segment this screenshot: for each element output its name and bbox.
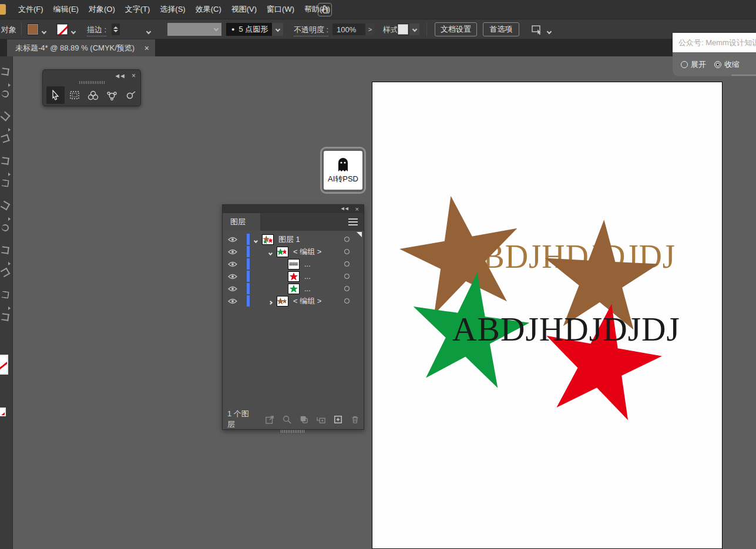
- layer-thumbnail[interactable]: [277, 296, 288, 307]
- panel-drag-grip[interactable]: [79, 81, 105, 84]
- menu-file[interactable]: 文件(F): [18, 4, 43, 15]
- make-clipping-mask-icon[interactable]: [300, 415, 308, 425]
- menu-select[interactable]: 选择(S): [160, 4, 185, 15]
- layer-thumbnail[interactable]: [277, 247, 288, 257]
- document-setup-button[interactable]: 文档设置: [435, 22, 477, 36]
- floating-tools-panel[interactable]: ◄◄ ×: [42, 69, 141, 106]
- target-circle[interactable]: [344, 298, 350, 304]
- style-swatch[interactable]: [397, 23, 409, 35]
- ai-to-psd-card[interactable]: AI转PSD: [324, 151, 362, 190]
- layer-row-green-star[interactable]: ...: [223, 282, 364, 295]
- artwork[interactable]: ABDJHDJDJDJ ABDJHDJDJDJ: [372, 82, 722, 548]
- layer-row-text[interactable]: ...: [223, 258, 364, 270]
- visibility-eye-icon[interactable]: [228, 286, 237, 292]
- menu-edit[interactable]: 编辑(E): [53, 4, 79, 15]
- radio-collapse[interactable]: 收缩: [714, 59, 740, 70]
- artboard[interactable]: ABDJHDJDJDJ ABDJHDJDJDJ: [372, 82, 723, 549]
- layers-panel-titlebar[interactable]: ◄◄ ×: [223, 205, 364, 213]
- tool-icon-partial[interactable]: [1, 201, 10, 210]
- tab-close-icon[interactable]: ×: [145, 43, 149, 53]
- tool-icon-partial[interactable]: [1, 179, 9, 187]
- menu-window[interactable]: 窗口(W): [267, 4, 294, 15]
- preferences-button[interactable]: 首选项: [483, 22, 519, 36]
- menu-object[interactable]: 对象(O): [89, 4, 115, 15]
- target-circle[interactable]: [344, 237, 350, 242]
- layer-name[interactable]: 图层 1: [278, 234, 300, 245]
- layer-thumbnail[interactable]: [288, 259, 300, 270]
- stroke-color-swatch[interactable]: [56, 23, 68, 35]
- stroke-weight-dropdown[interactable]: [147, 26, 150, 35]
- artboard-tool[interactable]: [65, 86, 83, 104]
- tool-icon-partial[interactable]: [1, 90, 9, 98]
- stroke-weight-field[interactable]: [120, 23, 145, 35]
- tool-icon-partial[interactable]: [1, 157, 9, 165]
- opacity-slider-button[interactable]: >: [365, 23, 375, 35]
- visibility-eye-icon[interactable]: [228, 261, 237, 267]
- visibility-eye-icon[interactable]: [228, 274, 237, 279]
- new-sublayer-icon[interactable]: [317, 415, 325, 425]
- tool-icon-partial[interactable]: [1, 313, 9, 321]
- layer-name[interactable]: ...: [304, 284, 311, 293]
- tab-layers[interactable]: 图层: [223, 213, 260, 231]
- variable-width-profile-dropdown[interactable]: [167, 23, 221, 36]
- layer-name[interactable]: < 编组 >: [293, 247, 321, 257]
- stroke-weight-stepper[interactable]: [112, 23, 120, 35]
- layer-thumbnail[interactable]: [288, 271, 300, 282]
- menu-type[interactable]: 文字(T): [125, 4, 150, 15]
- tool-icon-partial[interactable]: [1, 224, 9, 232]
- tool-icon-partial[interactable]: [1, 291, 9, 299]
- target-circle[interactable]: [344, 286, 350, 291]
- opacity-label[interactable]: 不透明度 :: [294, 25, 328, 36]
- chevron-right-icon[interactable]: [269, 296, 272, 307]
- target-circle[interactable]: [344, 261, 350, 267]
- stroke-color-dropdown[interactable]: [72, 26, 75, 35]
- chevron-down-icon[interactable]: [269, 247, 272, 257]
- layer-row-red-star[interactable]: ...: [223, 270, 364, 282]
- live-paint-tool[interactable]: [103, 86, 121, 104]
- radio-expand[interactable]: 展开: [681, 59, 706, 70]
- document-tab[interactable]: 未标题-4* @ 88.89 % (CMYK/预览) ×: [7, 39, 155, 56]
- visibility-eye-icon[interactable]: [228, 298, 237, 304]
- layer-row-group-brown[interactable]: < 编组 >: [223, 295, 364, 307]
- layer-name[interactable]: ...: [304, 272, 311, 281]
- fill-color-dropdown[interactable]: [42, 26, 46, 35]
- stroke-indicator-swatch[interactable]: [0, 407, 6, 416]
- layer-name[interactable]: ...: [304, 260, 311, 268]
- target-circle[interactable]: [344, 249, 350, 254]
- panel-close-icon[interactable]: ×: [355, 206, 359, 213]
- selection-tool[interactable]: [46, 86, 65, 104]
- layer-thumbnail[interactable]: [262, 234, 274, 245]
- layer-row-layer1[interactable]: 图层 1: [223, 233, 364, 245]
- locate-object-icon[interactable]: [283, 415, 291, 425]
- lasso-tool[interactable]: [122, 86, 140, 104]
- layers-panel-resize-grip[interactable]: [281, 430, 304, 433]
- fill-color-swatch[interactable]: [27, 23, 39, 35]
- menu-view[interactable]: 视图(V): [231, 4, 257, 15]
- toolbar-strip[interactable]: [0, 56, 13, 549]
- stroke-weight-label[interactable]: 描边 :: [87, 25, 106, 36]
- panel-collapse-icon[interactable]: ◄◄: [340, 206, 348, 213]
- brush-definition-field[interactable]: ● 5 点圆形: [226, 23, 272, 36]
- panel-menu-icon[interactable]: [348, 218, 358, 227]
- layer-name[interactable]: < 编组 >: [293, 296, 321, 307]
- visibility-eye-icon[interactable]: [228, 249, 237, 255]
- new-layer-icon[interactable]: [334, 415, 342, 425]
- headline-front-text[interactable]: ABDJHDJDJDJ: [452, 310, 680, 348]
- layer-thumbnail[interactable]: [288, 284, 300, 294]
- target-circle[interactable]: [344, 274, 350, 279]
- layers-panel[interactable]: ◄◄ × 图层 图层 1: [222, 204, 364, 430]
- panel-collapse-icon[interactable]: ◄◄: [114, 72, 125, 79]
- tool-icon-partial[interactable]: [1, 68, 9, 76]
- tool-icon-partial[interactable]: [1, 134, 9, 143]
- menu-effect[interactable]: 效果(C): [196, 4, 221, 15]
- style-dropdown[interactable]: [409, 23, 419, 35]
- delete-layer-icon[interactable]: [351, 415, 359, 425]
- layer-row-group-top[interactable]: < 编组 >: [223, 245, 364, 258]
- workspace-switch-dropdown[interactable]: [547, 26, 551, 35]
- brush-dropdown[interactable]: [272, 23, 283, 36]
- collect-for-export-icon[interactable]: [266, 415, 274, 425]
- shape-builder-tool[interactable]: [84, 86, 102, 104]
- chevron-down-icon[interactable]: [254, 234, 257, 245]
- workspace-switch-button[interactable]: [532, 25, 543, 36]
- opacity-field[interactable]: 100%: [332, 23, 365, 35]
